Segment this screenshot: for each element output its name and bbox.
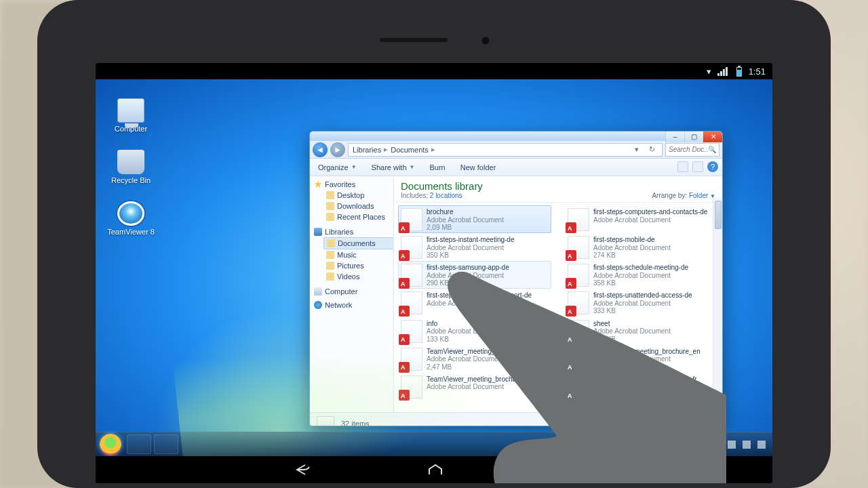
system-tray[interactable]: EN: [711, 432, 768, 456]
address-refresh-button[interactable]: ↻: [646, 145, 658, 154]
file-item[interactable]: first-steps-samsung-app-de Adobe Acrobat…: [398, 261, 551, 289]
android-status-bar: ▾ 1:51: [96, 63, 772, 79]
help-button[interactable]: ?: [707, 161, 718, 172]
library-title: Documents library: [401, 180, 483, 192]
file-name: sheet: [593, 320, 671, 328]
file-name: first-steps-spontaneous-support-de: [427, 291, 532, 300]
nav-item-music[interactable]: Music: [326, 249, 393, 260]
search-box[interactable]: 🔍: [665, 143, 719, 157]
file-item[interactable]: TeamViewer_meeting_brochure_es Adobe Acr…: [398, 373, 551, 401]
nav-item-pictures[interactable]: Pictures: [326, 260, 393, 271]
search-input[interactable]: [669, 146, 708, 153]
desktop-icon-label: Recycle Bin: [104, 176, 158, 184]
status-bar: 32 items: [310, 412, 722, 426]
organize-menu[interactable]: Organize▼: [318, 163, 357, 171]
taskbar-button-explorer[interactable]: [127, 434, 151, 454]
view-options-button[interactable]: [677, 161, 688, 172]
file-type: Adobe Acrobat Document: [593, 355, 701, 363]
file-name: first-steps-schedule-meeting-de: [593, 264, 688, 272]
file-item[interactable]: info Adobe Acrobat Document 133 KB: [398, 317, 551, 345]
explorer-window[interactable]: – ▢ ✕ ◄ ► Libraries ▸ Documents ▸ ▾: [309, 131, 723, 426]
file-size: 2,09 MB: [427, 224, 504, 232]
nav-item-network[interactable]: Network: [325, 301, 352, 309]
nav-item-desktop[interactable]: Desktop: [326, 190, 393, 201]
nav-item-recent-places[interactable]: Recent Places: [326, 211, 393, 222]
tray-network-icon[interactable]: [743, 441, 751, 449]
file-item[interactable]: sheet Adobe Acrobat Document 309 KB: [565, 317, 718, 345]
window-minimize-button[interactable]: –: [665, 131, 684, 142]
preview-pane-button[interactable]: [692, 161, 703, 172]
desktop-icon-teamviewer[interactable]: TeamViewer 8: [104, 201, 158, 236]
file-type: Adobe Acrobat Document: [427, 300, 532, 308]
pdf-icon: [568, 375, 589, 399]
vertical-scrollbar[interactable]: [713, 198, 722, 394]
file-size: 309 KB: [593, 336, 671, 344]
tablet-camera: [481, 37, 490, 45]
search-icon: 🔍: [708, 146, 716, 153]
tray-volume-icon[interactable]: [757, 441, 766, 449]
remote-desktop[interactable]: Computer Recycle Bin TeamViewer 8 – ▢ ✕: [96, 79, 772, 456]
android-home-button[interactable]: [427, 463, 443, 476]
share-with-menu[interactable]: Share with▼: [372, 163, 415, 171]
content-pane[interactable]: Documents library Includes: 2 locations …: [394, 176, 722, 412]
signal-icon: [717, 68, 730, 76]
file-size: 333 KB: [593, 307, 692, 315]
favorites-header[interactable]: Favorites: [325, 180, 355, 188]
android-recent-button[interactable]: [559, 463, 575, 476]
desktop-icon-label: TeamViewer 8: [104, 228, 158, 236]
file-type: Adobe Acrobat Document: [427, 383, 533, 391]
includes-link[interactable]: 2 locations: [430, 192, 462, 199]
file-item[interactable]: first-steps-computers-and-contacts-de Ad…: [565, 205, 718, 233]
tablet-speaker: [380, 38, 448, 42]
chevron-down-icon: ▼: [351, 164, 357, 170]
file-item[interactable]: TeamViewer_meeting_brochure_en Adobe Acr…: [565, 345, 718, 373]
pdf-icon: [401, 236, 422, 259]
breadcrumb-item[interactable]: Libraries: [353, 146, 381, 154]
nav-item-computer[interactable]: Computer: [325, 287, 357, 296]
file-size: 133 KB: [427, 336, 504, 344]
address-dropdown-button[interactable]: ▾: [631, 145, 643, 154]
nav-forward-button[interactable]: ►: [330, 142, 345, 157]
pdf-icon: [401, 375, 422, 399]
wifi-icon: ▾: [707, 66, 711, 77]
start-button[interactable]: [100, 434, 121, 455]
taskbar-button-teamviewer[interactable]: [154, 434, 178, 454]
pdf-icon: [568, 348, 589, 371]
desktop-icon-recycle-bin[interactable]: Recycle Bin: [104, 150, 158, 184]
file-size: 2,67 MB: [593, 391, 697, 399]
burn-button[interactable]: Burn: [429, 163, 445, 171]
nav-item-downloads[interactable]: Downloads: [326, 201, 393, 211]
file-item[interactable]: brochure Adobe Acrobat Document 2,09 MB: [398, 205, 551, 233]
file-item[interactable]: first-steps-unattended-access-de Adobe A…: [565, 289, 718, 317]
pdf-icon: [401, 208, 422, 231]
file-item[interactable]: first-steps-mobile-de Adobe Acrobat Docu…: [565, 233, 718, 261]
address-bar-row: ◄ ► Libraries ▸ Documents ▸ ▾ ↻ 🔍: [310, 141, 722, 159]
nav-item-documents[interactable]: Documents: [323, 237, 393, 249]
file-size: 2,63 MB: [593, 363, 701, 371]
file-size: 290 KB: [427, 279, 509, 287]
desktop-icon-computer[interactable]: Computer: [104, 98, 158, 133]
libraries-header[interactable]: Libraries: [325, 228, 353, 236]
window-titlebar[interactable]: – ▢ ✕: [310, 131, 722, 141]
file-list[interactable]: brochure Adobe Acrobat Document 2,09 MB …: [394, 203, 722, 401]
breadcrumb-item[interactable]: Documents: [391, 146, 429, 154]
file-item[interactable]: first-steps-instant-meeting-de Adobe Acr…: [398, 233, 551, 261]
navigation-pane[interactable]: Favorites Desktop Downloads Recent Place…: [310, 176, 394, 412]
arrange-by[interactable]: Arrange by: Folder ▼: [652, 192, 715, 199]
new-folder-button[interactable]: New folder: [460, 163, 496, 171]
tray-flag-icon[interactable]: [728, 441, 736, 449]
window-maximize-button[interactable]: ▢: [684, 131, 703, 142]
file-item[interactable]: TeamViewer_meeting_brochure_de Adobe Acr…: [398, 345, 551, 373]
window-close-button[interactable]: ✕: [703, 131, 722, 142]
file-item[interactable]: first-steps-spontaneous-support-de Adobe…: [398, 289, 551, 317]
scrollbar-thumb[interactable]: [715, 201, 722, 229]
file-item[interactable]: TeamViewer_meeting_brochure_fr Adobe Acr…: [565, 373, 718, 401]
nav-item-videos[interactable]: Videos: [326, 271, 393, 282]
star-icon: [314, 180, 322, 188]
nav-back-button[interactable]: ◄: [313, 142, 328, 157]
tray-language[interactable]: EN: [711, 441, 721, 449]
windows-taskbar[interactable]: EN: [96, 432, 772, 456]
breadcrumb[interactable]: Libraries ▸ Documents ▸ ▾ ↻: [348, 143, 663, 157]
file-item[interactable]: first-steps-schedule-meeting-de Adobe Ac…: [565, 261, 718, 289]
android-back-button[interactable]: [293, 463, 312, 476]
